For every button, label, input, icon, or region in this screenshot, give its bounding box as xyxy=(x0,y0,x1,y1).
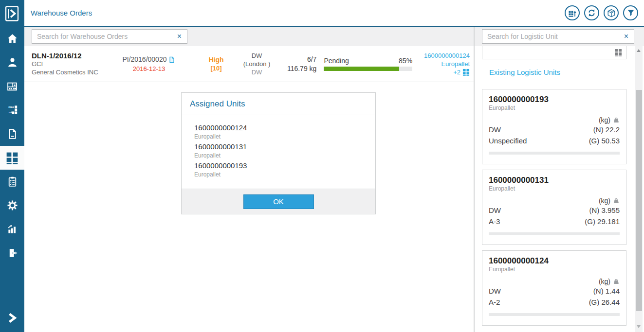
orders-toolbar: × xyxy=(24,27,474,46)
unit-id: 1600000000193 xyxy=(489,94,620,105)
unit-id: 1600000000124 xyxy=(489,256,620,266)
order-warehouse-sub: DW xyxy=(235,68,278,76)
unit-type: Europallet xyxy=(194,152,363,159)
order-row[interactable]: DLN-1/2016/12 GCI General Cosmetics INC … xyxy=(24,46,474,82)
header-actions xyxy=(565,5,638,20)
ok-button[interactable]: OK xyxy=(243,194,314,209)
row-label: DW xyxy=(489,205,501,216)
weight-unit-label: (kg) xyxy=(599,278,610,285)
dialog-unit-list: 1600000000124 Europallet 1600000000131 E… xyxy=(182,115,375,189)
unit-type: Europallet xyxy=(489,105,620,112)
sidebar: max min xyxy=(0,0,24,332)
clipboard-checklist-icon xyxy=(6,175,18,188)
scroll-up-arrow-icon[interactable] xyxy=(637,49,641,52)
list-item: 1600000000124 Europallet xyxy=(194,123,363,140)
order-quantity-col: 6/7 116.79 kg xyxy=(281,55,317,73)
logistic-unit-card[interactable]: 1600000000124 Europallet (kg) DW (N) 1.4… xyxy=(482,250,626,326)
page-title: Warehouse Orders xyxy=(31,9,92,17)
list-item: 1600000000193 Europallet xyxy=(194,161,363,178)
row-value: (G) 26.44 xyxy=(589,297,620,308)
order-progress-track xyxy=(324,67,412,71)
statistics-chart-icon xyxy=(6,223,18,235)
package-box-icon xyxy=(607,9,616,17)
order-id: DLN-1/2016/12 xyxy=(32,52,108,60)
row-value: (N) 22.2 xyxy=(593,124,620,135)
unit-type: Europallet xyxy=(489,266,620,273)
panel-scrollbar[interactable] xyxy=(635,46,643,332)
unit-type: Europallet xyxy=(489,185,620,192)
order-warehouse: DW xyxy=(235,52,278,60)
order-customer-name: General Cosmetics INC xyxy=(32,68,108,76)
assigned-units-dialog: Assigned Units 1600000000124 Europallet … xyxy=(181,92,376,214)
sidebar-item-logout[interactable] xyxy=(0,241,24,265)
chevron-right-icon xyxy=(6,312,18,324)
sidebar-expand-button[interactable] xyxy=(0,307,24,329)
row-value: (N) 3.955 xyxy=(589,205,620,216)
order-unit-id: 1600000000124 xyxy=(412,52,470,60)
sidebar-item-picking-lists[interactable] xyxy=(0,170,24,193)
list-item: 1600000000131 Europallet xyxy=(194,142,363,159)
warehouse-app: max min xyxy=(0,0,644,332)
logistic-unit-toolbar: × xyxy=(475,27,644,46)
order-assigned-unit-link[interactable]: 1600000000124 Europallet +2 xyxy=(412,52,470,76)
order-date: 2016-12-13 xyxy=(115,64,183,73)
order-priority: High [10] xyxy=(197,55,236,73)
logistic-unit-searchbox: × xyxy=(482,29,634,44)
unit-type: Europallet xyxy=(194,133,363,140)
logout-door-icon xyxy=(6,247,18,259)
order-warehouse-col: DW (London ) DW xyxy=(235,52,278,76)
logistic-units-scroll-area: Existing Logistic Units 1600000000193 Eu… xyxy=(475,46,644,332)
header: Warehouse Orders xyxy=(24,0,644,27)
order-status: Pending xyxy=(324,57,349,65)
scrollbar-thumb[interactable] xyxy=(636,90,642,311)
order-unit-type: Europallet xyxy=(412,60,470,68)
pallet-icon xyxy=(462,69,470,76)
weight-unit-label: (kg) xyxy=(599,116,610,124)
row-value: (N) 1.44 xyxy=(593,285,620,297)
row-label: A-3 xyxy=(489,216,500,227)
main-area: × DLN-1/2016/12 GCI General Cosmetics IN… xyxy=(24,27,474,332)
logistic-unit-card[interactable]: 1600000000131 Europallet (kg) DW (N) 3.9… xyxy=(482,170,626,245)
unit-id: 1600000000131 xyxy=(194,142,363,152)
unit-id: 1600000000193 xyxy=(194,161,363,171)
dialog-footer: OK xyxy=(182,189,375,214)
sidebar-item-settings[interactable] xyxy=(0,193,24,217)
unit-type: Europallet xyxy=(194,171,363,178)
weight-icon xyxy=(613,278,620,285)
min-max-stock-icon: max min xyxy=(6,104,18,116)
partial-unit-card[interactable] xyxy=(482,46,626,59)
assign-pallet-button[interactable] xyxy=(565,5,580,20)
row-value: (G) 50.53 xyxy=(589,135,620,146)
pallet-icon xyxy=(6,152,18,164)
sidebar-item-users[interactable] xyxy=(0,51,24,74)
sidebar-item-statistics[interactable] xyxy=(0,217,24,241)
logistic-unit-search-input[interactable] xyxy=(482,33,619,40)
order-more-units: +2 xyxy=(453,68,460,76)
order-progress-col: Pending 85% xyxy=(324,57,412,71)
search-clear-button[interactable]: × xyxy=(619,30,634,43)
svg-text:max: max xyxy=(8,105,14,108)
user-icon xyxy=(6,56,18,69)
sidebar-item-min-max[interactable]: max min xyxy=(0,98,24,122)
document-link-icon[interactable] xyxy=(168,56,175,64)
order-document-col: PI/2016/00020 2016-12-13 xyxy=(115,54,183,73)
unit-progress-track xyxy=(489,152,620,155)
sidebar-item-logistic-units[interactable] xyxy=(0,146,24,170)
dialog-title: Assigned Units xyxy=(182,93,375,115)
refresh-button[interactable] xyxy=(584,5,599,20)
logistic-unit-card[interactable]: 1600000000193 Europallet (kg) DW (N) 22.… xyxy=(482,89,626,164)
sidebar-item-storage-layout[interactable] xyxy=(0,74,24,98)
order-priority-value: [10] xyxy=(197,64,236,73)
warehouse-orders-search-input[interactable] xyxy=(32,33,172,40)
filter-button[interactable] xyxy=(623,5,638,20)
order-city: (London ) xyxy=(235,60,278,68)
unit-id: 1600000000124 xyxy=(194,123,363,133)
warehouse-orders-searchbox: × xyxy=(32,29,187,44)
package-button[interactable] xyxy=(604,5,619,20)
search-clear-button[interactable]: × xyxy=(172,30,187,43)
sidebar-item-home[interactable] xyxy=(0,27,24,51)
row-value: (G) 29.181 xyxy=(585,216,620,227)
pallet-arrow-up-icon xyxy=(568,9,577,17)
scroll-down-arrow-icon[interactable] xyxy=(637,325,641,328)
sidebar-item-documents[interactable] xyxy=(0,122,24,146)
